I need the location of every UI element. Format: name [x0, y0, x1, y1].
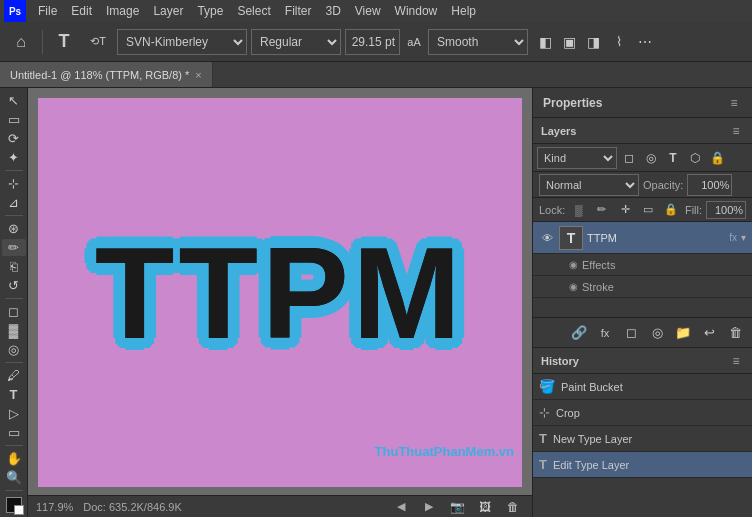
stroke-visibility-icon[interactable]: ◉ — [569, 281, 578, 292]
effects-visibility-icon[interactable]: ◉ — [569, 259, 578, 270]
rect-select-tool[interactable]: ▭ — [2, 111, 26, 128]
filter-pixel-icon[interactable]: ◻ — [619, 148, 639, 168]
add-style-btn[interactable]: fx — [594, 322, 616, 344]
filter-smart-icon[interactable]: 🔒 — [707, 148, 727, 168]
menu-layer[interactable]: Layer — [147, 2, 189, 20]
lock-paint-icon[interactable]: ✏ — [592, 200, 611, 220]
properties-menu-icon[interactable]: ≡ — [726, 95, 742, 111]
font-style-select[interactable]: Regular — [251, 29, 341, 55]
add-layer-btn[interactable]: ↩ — [698, 322, 720, 344]
history-item-edit-type[interactable]: T Edit Type Layer — [533, 452, 752, 478]
layers-menu-icon[interactable]: ≡ — [728, 123, 744, 139]
tool-sep-2 — [5, 215, 23, 216]
more-options-icon[interactable]: ⋯ — [634, 31, 656, 53]
lock-position-icon[interactable]: ✛ — [616, 200, 635, 220]
layer-item-stroke[interactable]: ◉ Stroke — [533, 276, 752, 298]
gradient-tool[interactable]: ▓ — [2, 322, 26, 339]
tool-sep-5 — [5, 445, 23, 446]
canvas-next-btn[interactable]: ▶ — [418, 496, 440, 518]
lasso-tool[interactable]: ⟳ — [2, 130, 26, 147]
layer-visibility-ttpm[interactable]: 👁 — [539, 230, 555, 246]
layer-fx-ttpm: fx — [729, 232, 737, 243]
home-button[interactable]: ⌂ — [6, 27, 36, 57]
menu-help[interactable]: Help — [445, 2, 482, 20]
magic-wand-tool[interactable]: ✦ — [2, 149, 26, 166]
delete-layer-btn[interactable]: 🗑 — [724, 322, 746, 344]
menu-type[interactable]: Type — [191, 2, 229, 20]
layer-arrow-ttpm: ▾ — [741, 232, 746, 243]
move-tool[interactable]: ↖ — [2, 92, 26, 109]
layer-item-ttpm[interactable]: 👁 T TTPM fx ▾ — [533, 222, 752, 254]
eraser-tool[interactable]: ◻ — [2, 303, 26, 320]
lock-all-icon[interactable]: 🔒 — [662, 200, 681, 220]
filter-type-icon[interactable]: T — [663, 148, 683, 168]
left-toolbar: ↖ ▭ ⟳ ✦ ⊹ ⊿ ⊛ ✏ ⎗ ↺ ◻ ▓ ◎ 🖊 T ▷ ▭ ✋ 🔍 — [0, 88, 28, 517]
layers-filter-toolbar: Kind ◻ ◎ T ⬡ 🔒 — [533, 144, 752, 172]
add-mask-btn[interactable]: ◻ — [620, 322, 642, 344]
align-left-icon[interactable]: ◧ — [534, 31, 556, 53]
menu-view[interactable]: View — [349, 2, 387, 20]
canvas-prev-btn[interactable]: ◀ — [390, 496, 412, 518]
history-label-paint-bucket: Paint Bucket — [561, 381, 623, 393]
history-list: 🪣 Paint Bucket ⊹ Crop T New Type Layer T… — [533, 374, 752, 517]
zoom-tool[interactable]: 🔍 — [2, 469, 26, 486]
tab-close-button[interactable]: × — [195, 69, 201, 81]
share-icon[interactable]: 🖼 — [474, 496, 496, 518]
filter-shape-icon[interactable]: ⬡ — [685, 148, 705, 168]
history-item-crop[interactable]: ⊹ Crop — [533, 400, 752, 426]
document-tab[interactable]: Untitled-1 @ 118% (TTPM, RGB/8) * × — [0, 62, 213, 87]
canvas-area[interactable]: TTPM ThuThuatPhanMem.vn 117.9% Doc: 635.… — [28, 88, 532, 517]
menu-edit[interactable]: Edit — [65, 2, 98, 20]
path-select-tool[interactable]: ▷ — [2, 405, 26, 422]
type-tool[interactable]: T — [2, 386, 26, 403]
menu-filter[interactable]: Filter — [279, 2, 318, 20]
kind-filter-select[interactable]: Kind — [537, 147, 617, 169]
layer-item-effects[interactable]: ◉ Effects — [533, 254, 752, 276]
tool-sep-1 — [5, 170, 23, 171]
history-header: History ≡ — [533, 348, 752, 374]
menu-image[interactable]: Image — [100, 2, 145, 20]
opacity-input[interactable] — [687, 174, 732, 196]
menu-select[interactable]: Select — [231, 2, 276, 20]
tool-sep-3 — [5, 298, 23, 299]
lock-transparency-icon[interactable]: ▒ — [569, 200, 588, 220]
text-orient-btn[interactable]: ⟲T — [83, 27, 113, 57]
trash-icon[interactable]: 🗑 — [502, 496, 524, 518]
history-brush-tool[interactable]: ↺ — [2, 277, 26, 294]
add-adjustment-btn[interactable]: ◎ — [646, 322, 668, 344]
clone-stamp-tool[interactable]: ⎗ — [2, 258, 26, 275]
crop-tool[interactable]: ⊹ — [2, 175, 26, 192]
font-name-select[interactable]: SVN-Kimberley — [117, 29, 247, 55]
brush-tool[interactable]: ✏ — [2, 239, 26, 256]
antialiasing-select[interactable]: Smooth — [428, 29, 528, 55]
history-item-paint-bucket[interactable]: 🪣 Paint Bucket — [533, 374, 752, 400]
lock-artboard-icon[interactable]: ▭ — [639, 200, 658, 220]
spot-heal-tool[interactable]: ⊛ — [2, 220, 26, 237]
add-group-btn[interactable]: 📁 — [672, 322, 694, 344]
layers-bottom-bar: 🔗 fx ◻ ◎ 📁 ↩ 🗑 — [533, 317, 752, 347]
lock-row: Lock: ▒ ✏ ✛ ▭ 🔒 Fill: — [533, 198, 752, 222]
blur-tool[interactable]: ◎ — [2, 341, 26, 358]
blend-mode-select[interactable]: Normal — [539, 174, 639, 196]
history-item-new-type[interactable]: T New Type Layer — [533, 426, 752, 452]
align-center-icon[interactable]: ▣ — [558, 31, 580, 53]
pen-tool[interactable]: 🖊 — [2, 367, 26, 384]
text-tool-btn[interactable]: T — [49, 27, 79, 57]
history-menu-icon[interactable]: ≡ — [728, 353, 744, 369]
hand-tool[interactable]: ✋ — [2, 450, 26, 467]
layers-title: Layers — [541, 125, 576, 137]
fill-input[interactable] — [706, 201, 746, 219]
menu-window[interactable]: Window — [389, 2, 444, 20]
eyedropper-tool[interactable]: ⊿ — [2, 194, 26, 211]
shape-tool[interactable]: ▭ — [2, 424, 26, 441]
camera-icon[interactable]: 📷 — [446, 496, 468, 518]
filter-adjustment-icon[interactable]: ◎ — [641, 148, 661, 168]
align-right-icon[interactable]: ◨ — [582, 31, 604, 53]
menu-file[interactable]: File — [32, 2, 63, 20]
app-logo: Ps — [4, 0, 26, 22]
menu-3d[interactable]: 3D — [319, 2, 346, 20]
link-layers-btn[interactable]: 🔗 — [568, 322, 590, 344]
font-size-input[interactable] — [345, 29, 400, 55]
right-panel: Properties ≡ Layers ≡ Kind ◻ ◎ T ⬡ 🔒 — [532, 88, 752, 517]
warp-text-icon[interactable]: ⌇ — [608, 31, 630, 53]
